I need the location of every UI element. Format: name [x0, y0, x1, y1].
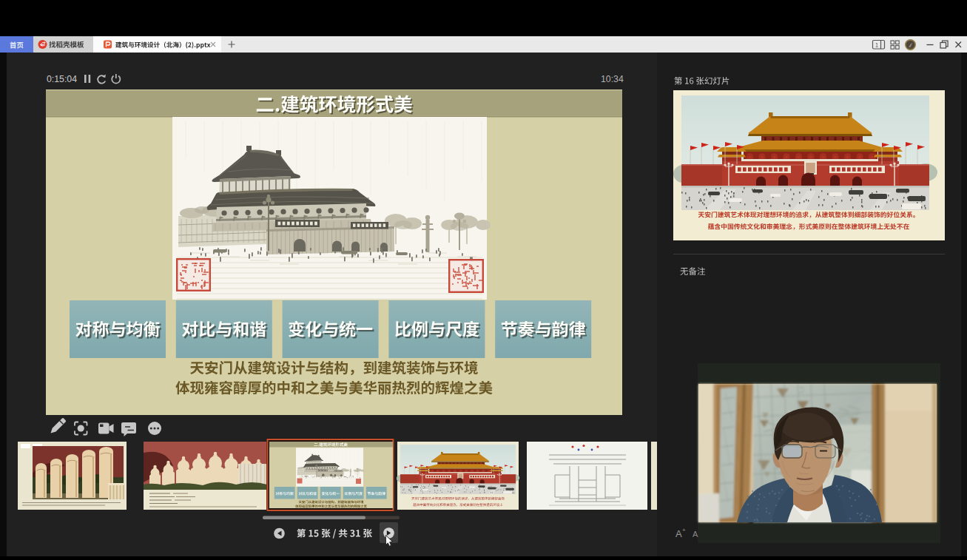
svg-text:0:15:04: 0:15:04 — [47, 74, 77, 84]
svg-text:A: A — [693, 530, 698, 539]
svg-text:A: A — [675, 528, 682, 539]
svg-text:10:34: 10:34 — [601, 74, 624, 84]
svg-text:+: + — [682, 527, 686, 533]
